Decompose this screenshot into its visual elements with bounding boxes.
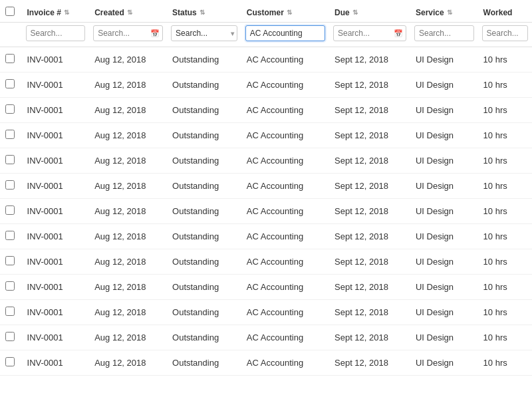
cell-customer: AC Accounting	[241, 300, 329, 325]
col-label-due: Due	[334, 8, 350, 17]
sort-icon-created: ⇅	[127, 9, 132, 16]
cell-customer: AC Accounting	[241, 123, 329, 148]
cell-service: UI Design	[410, 72, 478, 98]
row-checkbox[interactable]	[5, 332, 15, 341]
row-checkbox-cell	[0, 72, 22, 98]
col-header-worked[interactable]: Worked	[478, 0, 532, 23]
row-checkbox[interactable]	[5, 155, 15, 164]
filter-status: Search... Outstanding Paid Overdue	[167, 23, 241, 47]
sort-icon-invoice: ⇅	[64, 9, 69, 16]
row-checkbox[interactable]	[5, 180, 15, 190]
table-row: INV-0001 Aug 12, 2018 Outstanding AC Acc…	[0, 98, 532, 123]
col-header-due[interactable]: Due ⇅	[329, 0, 410, 23]
cell-service: UI Design	[410, 123, 478, 148]
cell-customer: AC Accounting	[241, 325, 329, 350]
filter-due-input[interactable]	[333, 25, 406, 41]
cell-service: UI Design	[410, 275, 478, 300]
col-label-service: Service	[416, 8, 444, 17]
cell-invoice: INV-0001	[22, 350, 90, 376]
row-checkbox-cell	[0, 275, 22, 300]
col-label-status: Status	[172, 8, 197, 17]
table-row: INV-0001 Aug 12, 2018 Outstanding AC Acc…	[0, 148, 532, 174]
cell-customer: AC Accounting	[241, 174, 329, 199]
cell-created: Aug 12, 2018	[89, 249, 167, 275]
cell-worked: 10 hrs	[478, 300, 532, 325]
row-checkbox-cell	[0, 249, 22, 275]
cell-created: Aug 12, 2018	[89, 148, 167, 174]
table-row: INV-0001 Aug 12, 2018 Outstanding AC Acc…	[0, 350, 532, 376]
cell-created: Aug 12, 2018	[89, 98, 167, 123]
col-header-service[interactable]: Service ⇅	[410, 0, 478, 23]
cell-invoice: INV-0001	[22, 224, 90, 249]
cell-created: Aug 12, 2018	[89, 350, 167, 376]
filter-worked-input[interactable]	[482, 25, 528, 41]
sort-icon-due: ⇅	[352, 9, 358, 16]
filter-checkbox-cell	[0, 23, 22, 47]
table-row: INV-0001 Aug 12, 2018 Outstanding AC Acc…	[0, 249, 532, 275]
cell-worked: 10 hrs	[478, 249, 532, 275]
cell-invoice: INV-0001	[22, 47, 90, 72]
cell-due: Sept 12, 2018	[329, 174, 410, 199]
table-row: INV-0001 Aug 12, 2018 Outstanding AC Acc…	[0, 325, 532, 350]
row-checkbox[interactable]	[5, 130, 15, 139]
col-label-created: Created	[94, 8, 124, 17]
table-row: INV-0001 Aug 12, 2018 Outstanding AC Acc…	[0, 123, 532, 148]
cell-created: Aug 12, 2018	[89, 300, 167, 325]
cell-status: Outstanding	[167, 72, 241, 98]
filter-invoice	[22, 23, 90, 47]
cell-invoice: INV-0001	[22, 148, 90, 174]
cell-customer: AC Accounting	[241, 249, 329, 275]
row-checkbox[interactable]	[5, 79, 15, 88]
col-header-customer[interactable]: Customer ⇅	[241, 0, 329, 23]
col-header-created[interactable]: Created ⇅	[89, 0, 167, 23]
select-all-checkbox[interactable]	[5, 7, 15, 16]
cell-status: Outstanding	[167, 275, 241, 300]
cell-created: Aug 12, 2018	[89, 325, 167, 350]
cell-status: Outstanding	[167, 47, 241, 72]
cell-customer: AC Accounting	[241, 98, 329, 123]
cell-invoice: INV-0001	[22, 98, 90, 123]
cell-worked: 10 hrs	[478, 47, 532, 72]
filter-due: 📅	[329, 23, 410, 47]
row-checkbox[interactable]	[5, 307, 15, 316]
filter-status-select[interactable]: Search... Outstanding Paid Overdue	[171, 25, 237, 41]
row-checkbox-cell	[0, 47, 22, 72]
row-checkbox[interactable]	[5, 357, 15, 366]
column-headers-row: Invoice # ⇅ Created ⇅ Status ⇅	[0, 0, 532, 23]
row-checkbox[interactable]	[5, 256, 15, 265]
cell-status: Outstanding	[167, 199, 241, 224]
col-header-status[interactable]: Status ⇅	[167, 0, 241, 23]
col-header-invoice[interactable]: Invoice # ⇅	[22, 0, 90, 23]
filter-service-input[interactable]	[414, 25, 474, 41]
cell-created: Aug 12, 2018	[89, 275, 167, 300]
cell-worked: 10 hrs	[478, 325, 532, 350]
row-checkbox[interactable]	[5, 54, 15, 63]
cell-due: Sept 12, 2018	[329, 199, 410, 224]
cell-due: Sept 12, 2018	[329, 350, 410, 376]
cell-worked: 10 hrs	[478, 350, 532, 376]
cell-invoice: INV-0001	[22, 199, 90, 224]
cell-worked: 10 hrs	[478, 123, 532, 148]
row-checkbox[interactable]	[5, 205, 15, 215]
filter-created-input[interactable]	[93, 25, 163, 41]
col-label-worked: Worked	[483, 8, 513, 17]
filter-customer-input[interactable]	[245, 25, 325, 41]
row-checkbox[interactable]	[5, 231, 15, 240]
cell-status: Outstanding	[167, 325, 241, 350]
cell-customer: AC Accounting	[241, 224, 329, 249]
filter-customer	[241, 23, 329, 47]
cell-customer: AC Accounting	[241, 47, 329, 72]
invoice-table-container: Invoice # ⇅ Created ⇅ Status ⇅	[0, 0, 532, 399]
cell-created: Aug 12, 2018	[89, 123, 167, 148]
row-checkbox-cell	[0, 98, 22, 123]
filter-worked	[478, 23, 532, 47]
cell-created: Aug 12, 2018	[89, 72, 167, 98]
row-checkbox[interactable]	[5, 104, 15, 114]
cell-service: UI Design	[410, 199, 478, 224]
filter-created: 📅	[89, 23, 167, 47]
cell-customer: AC Accounting	[241, 199, 329, 224]
cell-due: Sept 12, 2018	[329, 249, 410, 275]
row-checkbox[interactable]	[5, 281, 15, 291]
table-row: INV-0001 Aug 12, 2018 Outstanding AC Acc…	[0, 224, 532, 249]
filter-invoice-input[interactable]	[26, 25, 86, 41]
